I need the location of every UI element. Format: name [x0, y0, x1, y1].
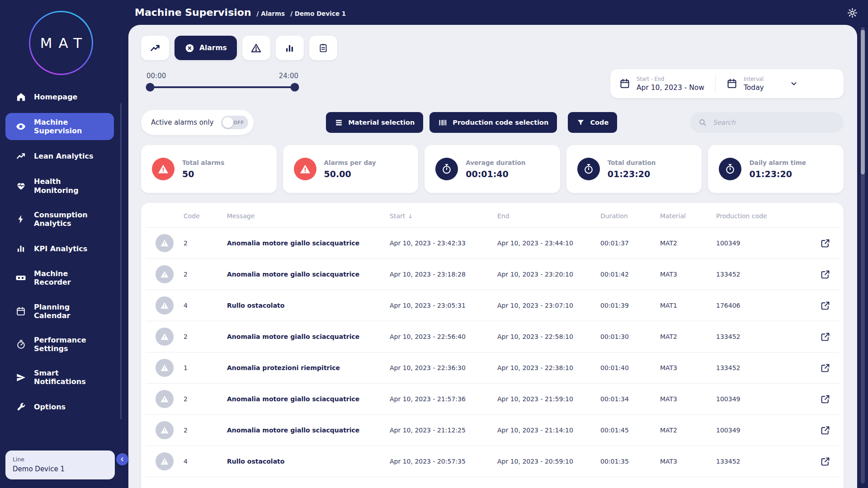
open-detail-button[interactable] [818, 392, 832, 406]
column-header-material[interactable]: Material [660, 212, 716, 220]
sidebar-item-smart-notifications[interactable]: Smart Notifications [5, 364, 114, 391]
interval-label: Interval [744, 76, 764, 82]
device-selector-card[interactable]: Line Demo Device 1 [5, 450, 115, 479]
cell-production-code: 100349 [716, 427, 811, 434]
stat-value: 01:23:20 [608, 169, 656, 179]
alarm-badge-icon [156, 296, 174, 314]
cell-message: Rullo ostacolato [227, 302, 390, 309]
tab-trends[interactable] [141, 36, 169, 60]
date-range-label: Start - End [637, 76, 704, 82]
sidebar-item-homepage[interactable]: Homepage [5, 87, 114, 107]
alarms-table: Code Message Start↓ End Duration Materia… [141, 203, 844, 488]
tab-statistics[interactable] [276, 36, 304, 60]
sidebar-item-label: Homepage [34, 93, 77, 101]
date-range-section[interactable]: Start - End Apr 10, 2023 - Now [619, 76, 704, 92]
stat-card-average-duration: Average duration 00:01:40 [425, 145, 560, 193]
sidebar-item-performance-settings[interactable]: Performance Settings [5, 331, 114, 358]
column-header-code[interactable]: Code [184, 212, 227, 220]
search-box[interactable] [690, 112, 844, 133]
breadcrumb-alarms[interactable]: / Alarms [257, 10, 285, 17]
calendar-icon [15, 306, 26, 316]
production-code-selection-button[interactable]: Production code selection [429, 112, 557, 133]
stat-label: Total duration [608, 159, 656, 166]
stat-label: Total alarms [182, 159, 224, 166]
column-header-start[interactable]: Start↓ [390, 212, 497, 220]
cell-material: MAT3 [660, 458, 716, 465]
sidebar-item-planning-calendar[interactable]: Planning Calendar [5, 298, 114, 325]
stopwatch-icon [435, 158, 458, 180]
cell-duration: 00:01:37 [600, 239, 660, 247]
material-selection-button[interactable]: Material selection [326, 112, 423, 133]
table-row: 4 Rullo ostacolato Apr 10, 2023 - 20:57:… [146, 446, 839, 477]
open-detail-button[interactable] [818, 299, 832, 313]
device-name: Demo Device 1 [13, 465, 108, 473]
sidebar-item-label: Lean Analytics [34, 152, 93, 160]
stat-text: Daily alarm time 01:23:20 [749, 159, 806, 179]
sidebar-item-machine-supervision[interactable]: Machine Supervision [5, 113, 114, 140]
cell-production-code: 133452 [716, 333, 811, 340]
column-header-end[interactable]: End [497, 212, 600, 220]
gauge-icon [15, 339, 26, 350]
external-link-icon [820, 269, 830, 280]
code-filter-button[interactable]: Code [568, 112, 617, 133]
slider-handle-start[interactable] [146, 83, 155, 92]
lightning-bolt-icon [15, 214, 26, 224]
cell-code: 2 [184, 239, 227, 247]
filters-row: Active alarms only OFF Material selectio… [141, 110, 844, 135]
tab-report[interactable] [309, 36, 337, 60]
stat-card-daily-alarm-time: Daily alarm time 01:23:20 [708, 145, 844, 193]
open-detail-button[interactable] [818, 361, 832, 375]
external-link-icon [820, 332, 830, 342]
stats-row: Total alarms 50 Alarms per day 50.00 Ave… [141, 145, 844, 193]
cell-end: Apr 10, 2023 - 21:59:10 [497, 395, 600, 403]
interval-section[interactable]: Interval Today [726, 76, 798, 92]
send-icon [15, 372, 26, 383]
cell-material: MAT3 [660, 395, 716, 403]
sidebar-item-health-monitoring[interactable]: Health Monitoring [5, 172, 114, 199]
sidebar-scrollbar[interactable] [120, 103, 122, 419]
slider-track[interactable] [150, 86, 295, 88]
divider [715, 75, 716, 92]
sidebar-item-machine-recorder[interactable]: Machine Recorder [5, 264, 114, 291]
sidebar-item-label: KPI Analytics [34, 244, 87, 253]
column-header-duration[interactable]: Duration [600, 212, 660, 220]
barcode-icon [438, 118, 448, 127]
trend-line-icon [15, 151, 26, 161]
cell-production-code: 176406 [716, 302, 811, 309]
sidebar-item-lean-analytics[interactable]: Lean Analytics [5, 146, 114, 166]
active-alarms-label: Active alarms only [151, 118, 214, 127]
calendar-icon [619, 78, 630, 89]
interval-value: Today [744, 84, 764, 92]
date-range-text: Start - End Apr 10, 2023 - Now [637, 76, 704, 92]
open-detail-button[interactable] [818, 455, 832, 469]
search-input[interactable] [712, 118, 835, 127]
sidebar-item-consumption-analytics[interactable]: Consumption Analytics [5, 206, 114, 233]
stat-text: Alarms per day 50.00 [324, 159, 376, 179]
tab-warnings[interactable] [242, 36, 270, 60]
stopwatch-icon [577, 158, 600, 180]
active-alarms-toggle[interactable]: OFF [221, 116, 248, 129]
open-detail-button[interactable] [818, 267, 832, 282]
search-icon [698, 118, 707, 127]
alarm-badge-icon [156, 234, 174, 252]
tab-alarms[interactable]: Alarms [175, 36, 237, 60]
interval-text: Interval Today [744, 76, 764, 92]
home-icon [15, 92, 26, 102]
cell-start: Apr 10, 2023 - 23:18:28 [390, 271, 497, 278]
slider-handle-end[interactable] [291, 83, 299, 92]
breadcrumb-device[interactable]: / Demo Device 1 [290, 10, 346, 17]
alert-icon [294, 158, 316, 180]
open-detail-button[interactable] [818, 423, 832, 437]
sidebar-item-options[interactable]: Options [5, 397, 114, 417]
column-header-message[interactable]: Message [227, 212, 390, 220]
open-detail-button[interactable] [818, 236, 832, 250]
settings-gear-button[interactable] [846, 6, 859, 21]
calendar-icon [726, 78, 737, 89]
bar-chart-icon [15, 244, 26, 253]
sidebar-item-kpi-analytics[interactable]: KPI Analytics [5, 239, 114, 258]
column-header-production-code[interactable]: Production code [716, 212, 811, 220]
open-detail-button[interactable] [818, 330, 832, 344]
page-scrollbar-thumb[interactable] [861, 30, 865, 174]
cell-code: 1 [184, 364, 227, 371]
sidebar-collapse-button[interactable] [116, 453, 128, 465]
